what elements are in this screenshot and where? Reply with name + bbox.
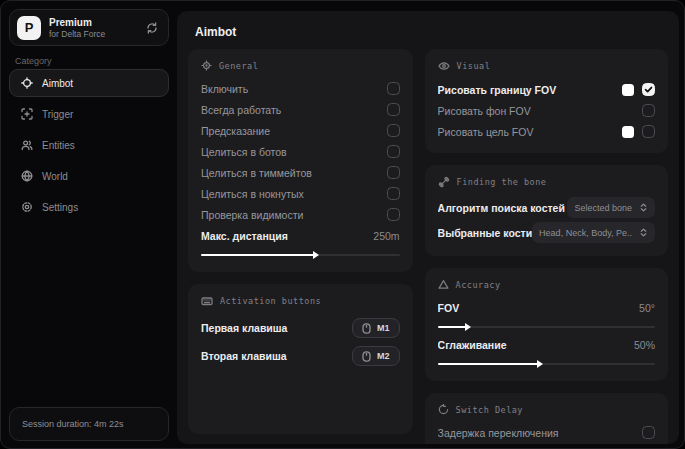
finding-bone-card: Finding the bone Алгоритм поиска костей …: [425, 165, 668, 256]
select-value: Head, Neck, Body, Pe..: [539, 228, 632, 238]
globe-icon: [20, 170, 33, 183]
mouse-icon: [362, 351, 371, 362]
first-key-button[interactable]: M1: [352, 318, 400, 338]
slider-fill: [201, 254, 314, 256]
general-card: General Включить Всегда работать Предска…: [188, 49, 413, 272]
category-label: Category: [15, 56, 52, 66]
sort-icon: [639, 203, 648, 212]
license-title: Premium: [49, 17, 146, 29]
setting-row-always-work: Всегда работать: [201, 99, 400, 120]
finding-bone-header: Finding the bone: [438, 176, 655, 188]
triangle-icon: [438, 279, 449, 290]
bone-algorithm-row: Алгоритм поиска костей Selected bone: [438, 195, 655, 220]
sidebar-item-label: Settings: [42, 202, 78, 213]
sidebar-item-label: World: [42, 171, 68, 182]
license-subtitle: for Delta Force: [49, 29, 146, 39]
draw-fov-bg-checkbox[interactable]: [642, 104, 655, 117]
bone-algorithm-select[interactable]: Selected bone: [567, 197, 655, 218]
accuracy-card: Accuracy FOV 50° Сглаживание 50%: [425, 268, 668, 381]
setting-label: Включить: [201, 83, 387, 95]
visual-card: Visual Рисовать границу FOV Рисовать фон…: [425, 49, 668, 153]
users-icon: [20, 139, 33, 152]
activation-header: Activation buttons: [201, 295, 400, 307]
visibility-check-checkbox[interactable]: [387, 208, 400, 221]
setting-row-target-bots: Целиться в ботов: [201, 141, 400, 162]
switch-delay-checkbox[interactable]: [642, 426, 655, 439]
second-key-row: Вторая клавиша M2: [201, 342, 400, 370]
sidebar: P Premium for Delta Force Category Aimbo…: [1, 1, 176, 448]
keybind-value: M1: [377, 323, 390, 333]
max-distance-slider[interactable]: [201, 254, 400, 256]
switch-delay-card: Switch Delay Задержка переключения Задер…: [425, 393, 668, 444]
smoothing-value: 50%: [634, 339, 655, 351]
setting-label: Проверка видимости: [201, 209, 387, 221]
setting-row-target-knocked: Целиться в нокнутых: [201, 183, 400, 204]
prediction-checkbox[interactable]: [387, 124, 400, 137]
sidebar-item-world[interactable]: World: [9, 162, 169, 190]
page-title: Aimbot: [177, 11, 679, 49]
setting-label: Выбранные кости: [438, 227, 533, 239]
color-swatch[interactable]: [622, 84, 634, 96]
sidebar-item-label: Trigger: [42, 109, 73, 120]
always-work-checkbox[interactable]: [387, 103, 400, 116]
focus-icon: [20, 108, 33, 121]
target-knocked-checkbox[interactable]: [387, 187, 400, 200]
eye-icon: [438, 60, 450, 72]
draw-fov-target-row: Рисовать цель FOV: [438, 121, 655, 142]
setting-label: Алгоритм поиска костей: [438, 202, 568, 214]
sort-icon: [639, 228, 648, 237]
selected-bones-row: Выбранные кости Head, Neck, Body, Pe..: [438, 220, 655, 245]
crosshair-icon: [20, 77, 33, 90]
sidebar-item-aimbot[interactable]: Aimbot: [9, 69, 169, 97]
target-bots-checkbox[interactable]: [387, 145, 400, 158]
smoothing-slider[interactable]: [438, 363, 655, 365]
license-card: P Premium for Delta Force: [9, 9, 169, 46]
setting-label: Всегда работать: [201, 104, 387, 116]
sidebar-item-trigger[interactable]: Trigger: [9, 100, 169, 128]
visual-header: Visual: [438, 60, 655, 72]
fov-slider[interactable]: [438, 326, 655, 328]
enable-checkbox[interactable]: [387, 82, 400, 95]
setting-label: Целиться в тиммейтов: [201, 167, 387, 179]
setting-label: Макс. дистанция: [201, 230, 365, 242]
setting-label: FOV: [438, 302, 632, 314]
target-teammates-checkbox[interactable]: [387, 166, 400, 179]
mouse-icon: [362, 323, 371, 334]
max-distance-row: Макс. дистанция 250m: [201, 225, 400, 246]
accuracy-header: Accuracy: [438, 279, 655, 290]
keyboard-icon: [201, 295, 213, 307]
setting-row-enable: Включить: [201, 78, 400, 99]
activation-buttons-card: Activation buttons Первая клавиша M1 Вто…: [188, 284, 413, 434]
setting-label: Вторая клавиша: [201, 350, 352, 362]
setting-label: Первая клавиша: [201, 322, 352, 334]
select-value: Selected bone: [574, 203, 632, 213]
switch-delay-ms-row: Задержка переключения (мс) 1000 ms: [438, 443, 655, 444]
rotate-icon: [438, 404, 449, 415]
sidebar-item-entities[interactable]: Entities: [9, 131, 169, 159]
setting-label: Рисовать границу FOV: [438, 84, 614, 96]
color-swatch[interactable]: [622, 126, 634, 138]
draw-fov-bg-row: Рисовать фон FOV: [438, 100, 655, 121]
gear-icon: [20, 201, 33, 214]
keybind-value: M2: [377, 351, 390, 361]
second-key-button[interactable]: M2: [352, 346, 400, 366]
slider-fill: [438, 363, 538, 365]
smoothing-row: Сглаживание 50%: [438, 334, 655, 355]
app-window: P Premium for Delta Force Category Aimbo…: [0, 0, 685, 449]
main-panel: Aimbot General Включить Всегда работать: [177, 11, 679, 444]
bone-icon: [438, 176, 450, 188]
sidebar-item-settings[interactable]: Settings: [9, 193, 169, 221]
setting-label: Рисовать фон FOV: [438, 105, 634, 117]
setting-label: Целиться в ботов: [201, 146, 387, 158]
app-logo: P: [17, 16, 41, 40]
setting-row-target-teammates: Целиться в тиммейтов: [201, 162, 400, 183]
draw-fov-border-row: Рисовать границу FOV: [438, 79, 655, 100]
fov-row: FOV 50°: [438, 297, 655, 318]
sync-icon[interactable]: [146, 22, 158, 34]
draw-fov-target-checkbox[interactable]: [642, 125, 655, 138]
setting-row-visibility-check: Проверка видимости: [201, 204, 400, 225]
setting-label: Задержка переключения: [438, 427, 642, 439]
switch-delay-row: Задержка переключения: [438, 422, 655, 443]
selected-bones-select[interactable]: Head, Neck, Body, Pe..: [532, 222, 655, 243]
draw-fov-border-checkbox[interactable]: [642, 83, 655, 96]
